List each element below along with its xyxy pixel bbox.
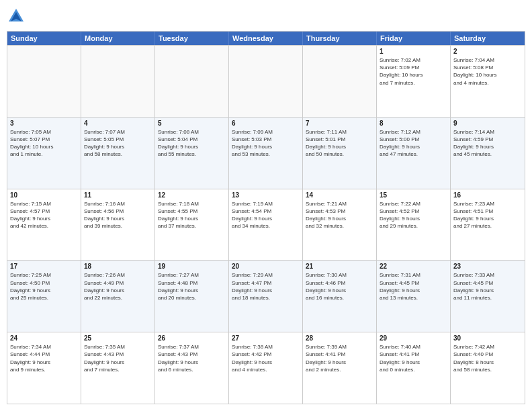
day-cell-17: 17Sunrise: 7:25 AM Sunset: 4:50 PM Dayli… bbox=[7, 261, 81, 332]
day-info: Sunrise: 7:38 AM Sunset: 4:42 PM Dayligh… bbox=[232, 343, 300, 373]
empty-cell-0-0 bbox=[7, 46, 81, 117]
day-cell-15: 15Sunrise: 7:22 AM Sunset: 4:52 PM Dayli… bbox=[377, 189, 451, 261]
day-info: Sunrise: 7:30 AM Sunset: 4:46 PM Dayligh… bbox=[306, 271, 373, 302]
day-number: 1 bbox=[380, 48, 447, 55]
day-cell-9: 9Sunrise: 7:14 AM Sunset: 4:59 PM Daylig… bbox=[451, 118, 525, 189]
header-day-monday: Monday bbox=[81, 32, 155, 45]
header-day-saturday: Saturday bbox=[451, 32, 525, 45]
day-info: Sunrise: 7:39 AM Sunset: 4:41 PM Dayligh… bbox=[306, 343, 373, 373]
calendar-row-0: 1Sunrise: 7:02 AM Sunset: 5:09 PM Daylig… bbox=[7, 45, 525, 117]
day-info: Sunrise: 7:27 AM Sunset: 4:48 PM Dayligh… bbox=[158, 271, 226, 302]
calendar: SundayMondayTuesdayWednesdayThursdayFrid… bbox=[7, 31, 525, 404]
calendar-row-4: 24Sunrise: 7:34 AM Sunset: 4:44 PM Dayli… bbox=[7, 332, 525, 404]
day-info: Sunrise: 7:05 AM Sunset: 5:07 PM Dayligh… bbox=[10, 128, 78, 158]
day-info: Sunrise: 7:21 AM Sunset: 4:53 PM Dayligh… bbox=[306, 200, 373, 230]
day-info: Sunrise: 7:26 AM Sunset: 4:49 PM Dayligh… bbox=[84, 271, 152, 302]
day-info: Sunrise: 7:29 AM Sunset: 4:47 PM Dayligh… bbox=[232, 271, 300, 302]
day-info: Sunrise: 7:14 AM Sunset: 4:59 PM Dayligh… bbox=[453, 128, 522, 158]
day-number: 27 bbox=[232, 334, 300, 342]
calendar-row-1: 3Sunrise: 7:05 AM Sunset: 5:07 PM Daylig… bbox=[7, 117, 525, 189]
header-day-friday: Friday bbox=[377, 32, 451, 45]
day-cell-14: 14Sunrise: 7:21 AM Sunset: 4:53 PM Dayli… bbox=[303, 189, 377, 261]
day-number: 22 bbox=[380, 263, 447, 270]
day-cell-5: 5Sunrise: 7:08 AM Sunset: 5:04 PM Daylig… bbox=[155, 118, 229, 189]
logo bbox=[7, 7, 27, 26]
day-number: 6 bbox=[232, 120, 300, 127]
day-cell-23: 23Sunrise: 7:33 AM Sunset: 4:45 PM Dayli… bbox=[451, 261, 525, 332]
day-cell-19: 19Sunrise: 7:27 AM Sunset: 4:48 PM Dayli… bbox=[155, 261, 229, 332]
day-info: Sunrise: 7:42 AM Sunset: 4:40 PM Dayligh… bbox=[453, 343, 522, 373]
day-cell-21: 21Sunrise: 7:30 AM Sunset: 4:46 PM Dayli… bbox=[303, 261, 377, 332]
day-info: Sunrise: 7:12 AM Sunset: 5:00 PM Dayligh… bbox=[380, 128, 447, 158]
day-number: 17 bbox=[10, 263, 78, 270]
day-number: 15 bbox=[380, 191, 447, 199]
day-info: Sunrise: 7:35 AM Sunset: 4:43 PM Dayligh… bbox=[84, 343, 152, 373]
calendar-row-2: 10Sunrise: 7:15 AM Sunset: 4:57 PM Dayli… bbox=[7, 189, 525, 261]
day-cell-6: 6Sunrise: 7:09 AM Sunset: 5:03 PM Daylig… bbox=[229, 118, 303, 189]
header-day-wednesday: Wednesday bbox=[229, 32, 303, 45]
day-info: Sunrise: 7:40 AM Sunset: 4:41 PM Dayligh… bbox=[380, 343, 447, 373]
day-cell-24: 24Sunrise: 7:34 AM Sunset: 4:44 PM Dayli… bbox=[7, 332, 81, 404]
day-number: 26 bbox=[158, 334, 226, 342]
day-info: Sunrise: 7:37 AM Sunset: 4:43 PM Dayligh… bbox=[158, 343, 226, 373]
day-number: 5 bbox=[158, 120, 226, 127]
header-day-thursday: Thursday bbox=[303, 32, 377, 45]
day-cell-25: 25Sunrise: 7:35 AM Sunset: 4:43 PM Dayli… bbox=[81, 332, 155, 404]
day-number: 8 bbox=[380, 120, 447, 127]
day-cell-22: 22Sunrise: 7:31 AM Sunset: 4:45 PM Dayli… bbox=[377, 261, 451, 332]
empty-cell-0-1 bbox=[81, 46, 155, 117]
day-info: Sunrise: 7:02 AM Sunset: 5:09 PM Dayligh… bbox=[380, 56, 447, 87]
day-info: Sunrise: 7:25 AM Sunset: 4:50 PM Dayligh… bbox=[10, 271, 78, 302]
day-info: Sunrise: 7:08 AM Sunset: 5:04 PM Dayligh… bbox=[158, 128, 226, 158]
day-cell-12: 12Sunrise: 7:18 AM Sunset: 4:55 PM Dayli… bbox=[155, 189, 229, 261]
day-number: 30 bbox=[453, 334, 522, 342]
day-cell-1: 1Sunrise: 7:02 AM Sunset: 5:09 PM Daylig… bbox=[377, 46, 451, 117]
day-info: Sunrise: 7:11 AM Sunset: 5:01 PM Dayligh… bbox=[306, 128, 373, 158]
day-number: 18 bbox=[84, 263, 152, 270]
day-number: 4 bbox=[84, 120, 152, 127]
day-number: 25 bbox=[84, 334, 152, 342]
day-number: 19 bbox=[158, 263, 226, 270]
day-number: 16 bbox=[453, 191, 522, 199]
day-info: Sunrise: 7:09 AM Sunset: 5:03 PM Dayligh… bbox=[232, 128, 300, 158]
header-day-sunday: Sunday bbox=[7, 32, 81, 45]
day-cell-2: 2Sunrise: 7:04 AM Sunset: 5:08 PM Daylig… bbox=[451, 46, 525, 117]
day-cell-20: 20Sunrise: 7:29 AM Sunset: 4:47 PM Dayli… bbox=[229, 261, 303, 332]
day-number: 11 bbox=[84, 191, 152, 199]
day-number: 14 bbox=[306, 191, 373, 199]
day-number: 21 bbox=[306, 263, 373, 270]
day-info: Sunrise: 7:07 AM Sunset: 5:05 PM Dayligh… bbox=[84, 128, 152, 158]
day-number: 29 bbox=[380, 334, 447, 342]
day-cell-4: 4Sunrise: 7:07 AM Sunset: 5:05 PM Daylig… bbox=[81, 118, 155, 189]
day-cell-26: 26Sunrise: 7:37 AM Sunset: 4:43 PM Dayli… bbox=[155, 332, 229, 404]
day-cell-18: 18Sunrise: 7:26 AM Sunset: 4:49 PM Dayli… bbox=[81, 261, 155, 332]
day-cell-29: 29Sunrise: 7:40 AM Sunset: 4:41 PM Dayli… bbox=[377, 332, 451, 404]
day-cell-30: 30Sunrise: 7:42 AM Sunset: 4:40 PM Dayli… bbox=[451, 332, 525, 404]
day-number: 12 bbox=[158, 191, 226, 199]
day-info: Sunrise: 7:15 AM Sunset: 4:57 PM Dayligh… bbox=[10, 200, 78, 230]
day-number: 10 bbox=[10, 191, 78, 199]
day-number: 13 bbox=[232, 191, 300, 199]
calendar-body: 1Sunrise: 7:02 AM Sunset: 5:09 PM Daylig… bbox=[7, 45, 525, 404]
empty-cell-0-4 bbox=[303, 46, 377, 117]
header bbox=[7, 7, 525, 26]
day-number: 20 bbox=[232, 263, 300, 270]
day-number: 23 bbox=[453, 263, 522, 270]
day-number: 24 bbox=[10, 334, 78, 342]
logo-icon bbox=[7, 7, 26, 26]
page: SundayMondayTuesdayWednesdayThursdayFrid… bbox=[0, 0, 532, 411]
day-info: Sunrise: 7:23 AM Sunset: 4:51 PM Dayligh… bbox=[453, 200, 522, 230]
day-cell-3: 3Sunrise: 7:05 AM Sunset: 5:07 PM Daylig… bbox=[7, 118, 81, 189]
day-cell-8: 8Sunrise: 7:12 AM Sunset: 5:00 PM Daylig… bbox=[377, 118, 451, 189]
day-info: Sunrise: 7:22 AM Sunset: 4:52 PM Dayligh… bbox=[380, 200, 447, 230]
day-info: Sunrise: 7:19 AM Sunset: 4:54 PM Dayligh… bbox=[232, 200, 300, 230]
empty-cell-0-2 bbox=[155, 46, 229, 117]
calendar-row-3: 17Sunrise: 7:25 AM Sunset: 4:50 PM Dayli… bbox=[7, 260, 525, 332]
day-info: Sunrise: 7:04 AM Sunset: 5:08 PM Dayligh… bbox=[453, 56, 522, 87]
day-cell-10: 10Sunrise: 7:15 AM Sunset: 4:57 PM Dayli… bbox=[7, 189, 81, 261]
day-number: 28 bbox=[306, 334, 373, 342]
day-info: Sunrise: 7:34 AM Sunset: 4:44 PM Dayligh… bbox=[10, 343, 78, 373]
day-info: Sunrise: 7:18 AM Sunset: 4:55 PM Dayligh… bbox=[158, 200, 226, 230]
header-day-tuesday: Tuesday bbox=[155, 32, 229, 45]
empty-cell-0-3 bbox=[229, 46, 303, 117]
